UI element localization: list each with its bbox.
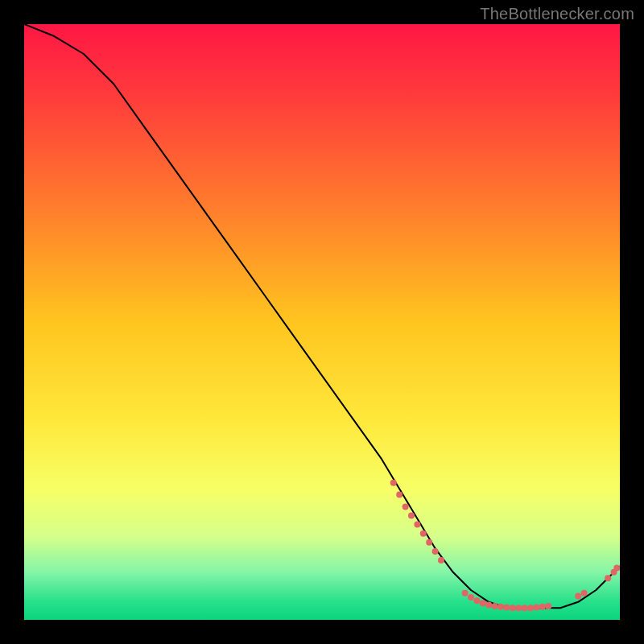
data-point — [527, 605, 534, 611]
data-point — [432, 548, 439, 555]
data-point — [414, 522, 420, 528]
data-point — [581, 590, 588, 597]
gradient-background — [24, 24, 620, 620]
data-point — [575, 592, 581, 599]
data-point — [492, 603, 498, 609]
data-point — [545, 603, 551, 609]
data-point — [462, 590, 469, 597]
data-point — [510, 605, 516, 611]
data-point — [473, 597, 480, 604]
data-point — [402, 503, 409, 510]
data-point — [480, 600, 486, 606]
data-point — [390, 480, 397, 486]
data-point — [533, 605, 539, 611]
data-point — [522, 605, 528, 611]
data-point — [539, 604, 546, 610]
watermark-text: TheBottlenecker.com — [480, 5, 634, 23]
chart-svg — [24, 24, 620, 620]
data-point — [497, 604, 504, 610]
data-point — [438, 557, 444, 564]
data-point — [503, 605, 510, 611]
data-point — [396, 492, 402, 498]
data-point — [605, 575, 611, 581]
data-point — [420, 530, 427, 537]
data-point — [485, 602, 492, 609]
data-point — [468, 594, 474, 601]
chart-root: TheBottlenecker.com — [0, 0, 644, 644]
data-point — [408, 513, 415, 519]
data-point — [426, 539, 432, 546]
data-point — [613, 565, 620, 572]
data-point — [515, 605, 522, 611]
plot-area — [24, 24, 620, 620]
